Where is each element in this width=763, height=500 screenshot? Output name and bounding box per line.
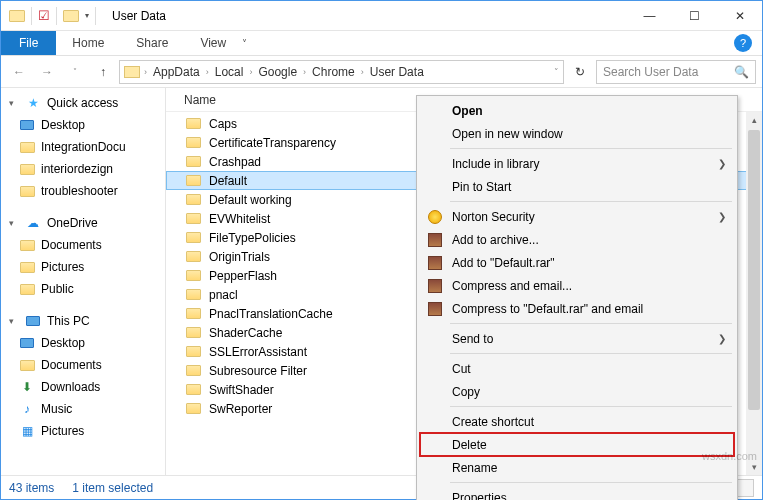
sidebar-item[interactable]: troubleshooter [1, 180, 165, 202]
quick-access-toolbar: ☑ ▾ [1, 7, 104, 25]
ctx-open[interactable]: Open [420, 99, 734, 122]
sidebar-item-desktop[interactable]: Desktop [1, 332, 165, 354]
folder-icon [186, 289, 201, 300]
window-title: User Data [112, 9, 166, 23]
watermark: wsxdn.com [702, 450, 757, 462]
search-input[interactable]: Search User Data 🔍 [596, 60, 756, 84]
downloads-icon: ⬇ [19, 379, 35, 395]
crumb[interactable]: Google [254, 65, 301, 79]
sidebar-item[interactable]: Pictures [1, 256, 165, 278]
status-item-count: 43 items [9, 481, 54, 495]
scrollbar-vertical[interactable]: ▴ ▾ [746, 112, 762, 475]
folder-icon [186, 270, 201, 281]
ctx-include-library[interactable]: Include in library❯ [420, 152, 734, 175]
tab-file[interactable]: File [1, 31, 56, 55]
folder-icon [186, 156, 201, 167]
breadcrumb[interactable]: › AppData › Local › Google › Chrome › Us… [119, 60, 564, 84]
ctx-norton[interactable]: Norton Security❯ [420, 205, 734, 228]
ctx-compress-email[interactable]: Compress and email... [420, 274, 734, 297]
qat-dropdown-icon[interactable]: ▾ [85, 11, 89, 20]
recent-dropdown-icon[interactable]: ˅ [63, 60, 87, 84]
documents-icon [20, 360, 35, 371]
folder-icon [20, 164, 35, 175]
ctx-rename[interactable]: Rename [420, 456, 734, 479]
chevron-right-icon[interactable]: › [144, 67, 147, 77]
ctx-properties[interactable]: Properties [420, 486, 734, 500]
quick-access-label: Quick access [47, 96, 118, 110]
scroll-up-icon[interactable]: ▴ [746, 112, 762, 128]
ribbon-collapse-icon[interactable]: ˅ [242, 38, 247, 49]
tab-share[interactable]: Share [120, 36, 184, 50]
crumb[interactable]: Local [211, 65, 248, 79]
sidebar-item[interactable]: ▦Pictures [1, 420, 165, 442]
quick-access-root[interactable]: ▾ ★ Quick access [1, 92, 165, 114]
back-button[interactable]: ← [7, 60, 31, 84]
thispc-root[interactable]: ▾ This PC [1, 310, 165, 332]
collapse-icon[interactable]: ▾ [9, 316, 19, 326]
new-folder-icon[interactable] [63, 10, 79, 22]
sidebar-item-desktop[interactable]: Desktop [1, 114, 165, 136]
chevron-right-icon[interactable]: › [206, 67, 209, 77]
app-icon[interactable] [9, 10, 25, 22]
folder-icon [20, 262, 35, 273]
ctx-open-new[interactable]: Open in new window [420, 122, 734, 145]
collapse-icon[interactable]: ▾ [9, 98, 19, 108]
context-menu: Open Open in new window Include in libra… [416, 95, 738, 500]
onedrive-icon: ☁ [25, 215, 41, 231]
help-icon[interactable]: ? [734, 34, 752, 52]
address-bar: ← → ˅ ↑ › AppData › Local › Google › Chr… [1, 56, 762, 88]
separator [56, 7, 57, 25]
folder-icon [20, 284, 35, 295]
status-selection: 1 item selected [72, 481, 153, 495]
chevron-right-icon[interactable]: › [361, 67, 364, 77]
sidebar-item[interactable]: Documents [1, 234, 165, 256]
close-button[interactable]: ✕ [717, 1, 762, 30]
folder-icon [186, 346, 201, 357]
tab-view[interactable]: View [184, 36, 242, 50]
folder-icon [124, 66, 140, 78]
sidebar-item[interactable]: Documents [1, 354, 165, 376]
folder-icon [186, 213, 201, 224]
separator [450, 482, 732, 483]
folder-icon [186, 384, 201, 395]
folder-icon [186, 403, 201, 414]
ctx-send-to[interactable]: Send to❯ [420, 327, 734, 350]
collapse-icon[interactable]: ▾ [9, 218, 19, 228]
crumb[interactable]: Chrome [308, 65, 359, 79]
sidebar-item[interactable]: IntegrationDocu [1, 136, 165, 158]
separator [95, 7, 96, 25]
ctx-cut[interactable]: Cut [420, 357, 734, 380]
pictures-icon: ▦ [19, 423, 35, 439]
star-icon: ★ [25, 95, 41, 111]
sidebar-item[interactable]: interiordezign [1, 158, 165, 180]
chevron-right-icon[interactable]: › [249, 67, 252, 77]
refresh-button[interactable]: ↻ [568, 60, 592, 84]
onedrive-root[interactable]: ▾ ☁ OneDrive [1, 212, 165, 234]
titlebar: ☑ ▾ User Data — ☐ ✕ [1, 1, 762, 31]
ctx-compress-default-email[interactable]: Compress to "Default.rar" and email [420, 297, 734, 320]
ctx-create-shortcut[interactable]: Create shortcut [420, 410, 734, 433]
winrar-icon [428, 256, 442, 270]
tab-home[interactable]: Home [56, 36, 120, 50]
sidebar-item[interactable]: ♪Music [1, 398, 165, 420]
ctx-delete[interactable]: Delete [420, 433, 734, 456]
ribbon-tabs: File Home Share View ˅ ? [1, 31, 762, 56]
addr-dropdown-icon[interactable]: ˅ [554, 67, 559, 77]
forward-button[interactable]: → [35, 60, 59, 84]
ctx-pin-start[interactable]: Pin to Start [420, 175, 734, 198]
ctx-copy[interactable]: Copy [420, 380, 734, 403]
properties-icon[interactable]: ☑ [38, 8, 50, 23]
maximize-button[interactable]: ☐ [672, 1, 717, 30]
up-button[interactable]: ↑ [91, 60, 115, 84]
crumb[interactable]: AppData [149, 65, 204, 79]
sidebar-item[interactable]: ⬇Downloads [1, 376, 165, 398]
scrollbar-thumb[interactable] [748, 130, 760, 410]
chevron-right-icon[interactable]: › [303, 67, 306, 77]
navigation-pane[interactable]: ▾ ★ Quick access Desktop IntegrationDocu… [1, 88, 166, 475]
ctx-add-archive[interactable]: Add to archive... [420, 228, 734, 251]
ctx-add-default[interactable]: Add to "Default.rar" [420, 251, 734, 274]
norton-icon [428, 210, 442, 224]
minimize-button[interactable]: — [627, 1, 672, 30]
sidebar-item[interactable]: Public [1, 278, 165, 300]
crumb[interactable]: User Data [366, 65, 428, 79]
